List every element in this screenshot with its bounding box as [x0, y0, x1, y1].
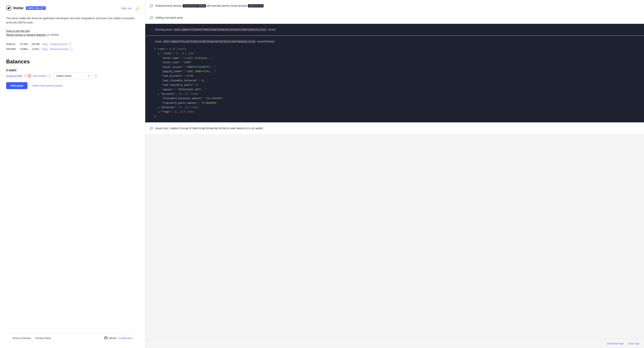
log-comment-icon-1: 💬	[150, 4, 153, 7]
balance-amount: 0 USDC	[6, 68, 139, 72]
clear-logs-link[interactable]: Clear logs	[628, 342, 640, 345]
header-left: Stellar DEMO WALLET	[6, 5, 46, 11]
log-row-5: 💬 Asset USDC:GBBD47IF6LWK7P7MDEVSCWR7DPU…	[150, 126, 640, 130]
refresh-account-button[interactable]: Refresh account i	[50, 47, 73, 51]
download-logs-link[interactable]: Download logs	[607, 342, 624, 345]
log-text-3: Fetching asset USDC:GBBD47IF6LWK7P7MDEVS…	[155, 28, 276, 32]
moon-icon[interactable]: 🌙	[135, 6, 139, 10]
report-issues-suffix: on GitHub	[46, 33, 59, 36]
balance-domain-link[interactable]: localhost:8080	[6, 74, 22, 77]
secret-value: SCBBU...I24EC	[20, 48, 40, 50]
balance-actions: Add trustline i Select action ▾ i	[33, 73, 98, 79]
configuration-link[interactable]: Configuration	[118, 337, 133, 340]
log-code-usdc-1: USDC:GBBD47IF6LWK7P7MDEVSCWR7DPUWV3NY3DT…	[173, 28, 267, 31]
select-action-info-icon[interactable]: i	[94, 74, 98, 78]
demo-badge: DEMO WALLET	[26, 6, 46, 10]
create-account-info-icon[interactable]: i	[68, 42, 72, 46]
asset-buttons: Add asset Select from preset assets	[6, 82, 139, 89]
header-right: Sign out 🌙	[121, 6, 139, 10]
public-value: GC7DH...Q5CQM	[20, 43, 40, 45]
log-comment-icon-2: 💬	[150, 16, 153, 19]
log-row-3: → Fetching asset USDC:GBBD47IF6LWK7P7MDE…	[150, 28, 640, 32]
help-links: How to use this tool Report issues or re…	[6, 29, 139, 36]
right-footer: Download logs Clear logs	[145, 339, 644, 348]
log-item-5: 💬 Asset USDC:GBBD47IF6LWK7P7MDEVSCWR7DPU…	[145, 122, 644, 134]
keys-section: PUBLIC GC7DH...Q5CQM Copy Create account…	[6, 42, 139, 52]
stellar-logo-icon	[6, 5, 12, 11]
json-root-children: ▶ "_links" : {...} 1 item "asset_type" :…	[154, 51, 640, 114]
edit-domain-icon[interactable]: ✏	[24, 74, 26, 77]
logo-text: Stellar	[13, 6, 24, 10]
secret-label: SECRET	[6, 48, 18, 50]
copy-secret-key-button[interactable]: Copy	[42, 48, 48, 50]
root-toggle[interactable]: ▼	[154, 47, 156, 51]
privacy-policy-link[interactable]: Privacy Policy	[36, 337, 51, 340]
description-text: This demo wallet lets financial applicat…	[6, 16, 139, 25]
balances-toggle[interactable]: ▶	[158, 106, 160, 109]
log-code-centre: centre.io	[248, 4, 264, 7]
arrow-left-icon: ←	[150, 40, 152, 43]
footer: Terms of Service Privacy Policy GitHub C…	[6, 333, 139, 343]
links-toggle[interactable]: ▶	[158, 52, 160, 55]
log-code-usdc-2: USDC:GBBD47IF6LWK7P7MDEVSCWR7DPUWV3NY3DT…	[162, 40, 256, 43]
balances-title: Balances	[6, 58, 139, 65]
how-to-use-link[interactable]: How to use this tool	[6, 29, 139, 32]
header: Stellar DEMO WALLET Sign out 🌙	[6, 5, 139, 11]
report-issues-row: Report issues or request features on Git…	[6, 33, 139, 36]
terms-of-service-link[interactable]: Terms of Service	[12, 337, 31, 340]
public-label: PUBLIC	[6, 43, 18, 45]
copy-public-key-button[interactable]: Copy	[42, 43, 48, 45]
log-text-4: Asset USDC:GBBD47IF6LWK7P7MDEVSCWR7DPUWV…	[155, 39, 274, 44]
accounts-toggle[interactable]: ▶	[158, 92, 160, 96]
log-text-2: Adding untrusted asset	[156, 16, 183, 20]
add-trustline-info-icon[interactable]: i	[48, 74, 51, 78]
arrow-right-icon: →	[150, 28, 152, 31]
footer-left: Terms of Service Privacy Policy	[12, 337, 51, 340]
dropdown-arrow-icon: ▾	[88, 74, 89, 77]
log-item-1: 💬 Entered home domain localhost:8080 wil…	[145, 0, 644, 12]
log-item-3: → Fetching asset USDC:GBBD47IF6LWK7P7MDE…	[145, 24, 644, 36]
right-panel: 💬 Entered home domain localhost:8080 wil…	[145, 0, 644, 348]
add-asset-button[interactable]: Add asset	[6, 82, 28, 89]
log-item-2: 💬 Adding untrusted asset	[145, 12, 644, 24]
log-content: 💬 Entered home domain localhost:8080 wil…	[145, 0, 644, 339]
logo: Stellar	[6, 5, 24, 11]
select-action-dropdown[interactable]: Select action ▾	[54, 73, 92, 79]
report-issues-link[interactable]: Report issues or request features	[6, 33, 46, 36]
sign-out-link[interactable]: Sign out	[121, 6, 132, 10]
secret-key-row: SECRET SCBBU...I24EC Copy Refresh accoun…	[6, 47, 139, 51]
log-comment-icon-5: 💬	[150, 127, 153, 130]
remove-asset-icon[interactable]: ✕	[28, 74, 31, 78]
log-text-1: Entered home domain localhost:8080 will …	[156, 4, 264, 8]
public-key-row: PUBLIC GC7DH...Q5CQM Copy Create account…	[6, 42, 139, 46]
refresh-account-info-icon[interactable]: i	[69, 47, 73, 51]
log-row-4: ← Asset USDC:GBBD47IF6LWK7P7MDEVSCWR7DPU…	[150, 39, 640, 44]
balance-domain-row: localhost:8080 ✏ ✕ Add trustline i Selec…	[6, 73, 139, 79]
footer-center: GitHub Configuration	[104, 337, 133, 340]
log-code-usdc-3: USDC:GBBD47IF6LWK7P7MDEVSCWR7DPUWV3NY3DT…	[163, 127, 254, 130]
create-account-button[interactable]: Create account i	[50, 42, 72, 46]
github-link[interactable]: GitHub	[104, 337, 116, 340]
log-text-5: Asset USDC:GBBD47IF6LWK7P7MDEVSCWR7DPUWV…	[156, 126, 263, 130]
log-row-1: 💬 Entered home domain localhost:8080 wil…	[150, 4, 640, 8]
log-item-4: ← Asset USDC:GBBD47IF6LWK7P7MDEVSCWR7DPU…	[145, 36, 644, 122]
flags-toggle[interactable]: ▶	[158, 110, 160, 114]
balance-section: Balances 0 USDC localhost:8080 ✏ ✕ Add t…	[6, 58, 139, 89]
log-row-2: 💬 Adding untrusted asset	[150, 16, 640, 20]
json-tree: ▼ "root" : { 14 items } ▶ "_links" : {..…	[150, 44, 640, 118]
github-icon	[104, 337, 108, 340]
select-preset-assets-link[interactable]: Select from preset assets	[32, 84, 62, 87]
log-code-domain: localhost:8080	[183, 4, 206, 7]
add-trustline-button[interactable]: Add trustline i	[33, 74, 51, 78]
